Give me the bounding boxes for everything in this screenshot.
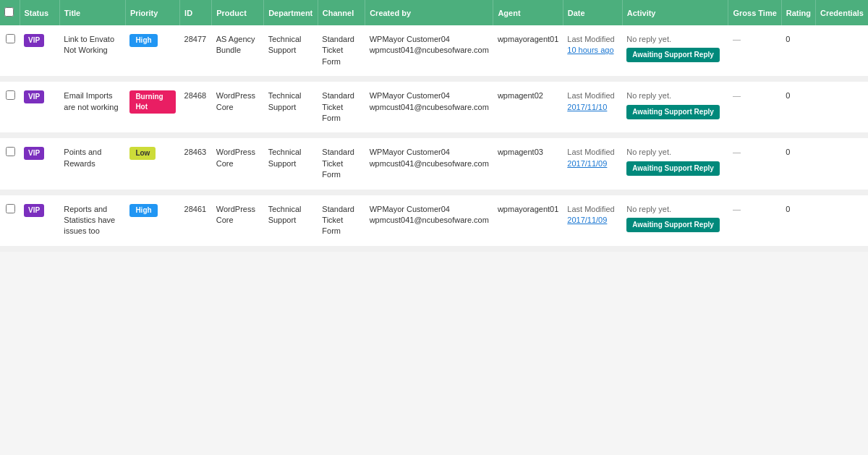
status-cell: VIP [20,192,59,249]
channel-name: Standard Ticket Form [322,35,354,66]
date-value[interactable]: 2017/11/09 [567,159,607,168]
department-name: Technical Support [268,205,302,224]
gross-time-cell: — [728,192,781,249]
gross-time-cell: — [728,135,781,192]
gross-time-value: — [733,205,741,213]
row-checkbox-3[interactable] [6,204,15,213]
credentials-cell [816,192,868,249]
date-cell: Last Modified 2017/11/09 [563,135,622,192]
ticket-title-link[interactable]: Link to Envato Not Working [64,35,114,54]
ticket-id: 28477 [184,35,207,43]
agent-cell: wpmayoragent01 [493,192,563,249]
vip-badge: VIP [24,147,44,160]
date-cell: Last Modified 10 hours ago [563,25,622,79]
ticket-id-cell: 28477 [180,25,212,79]
status-cell: VIP [20,25,59,79]
channel-cell: Standard Ticket Form [318,25,365,79]
row-checkbox-cell [0,192,20,249]
col-header-created-by: Created by [365,0,493,25]
department-name: Technical Support [268,148,302,167]
rating-cell: 0 [781,135,815,192]
department-cell: Technical Support [264,135,318,192]
rating-value: 0 [786,35,790,43]
awaiting-support-button[interactable]: Awaiting Support Reply [626,218,720,232]
awaiting-support-button[interactable]: Awaiting Support Reply [626,105,720,119]
ticket-id-cell: 28461 [180,192,212,249]
agent-name: wpmayoragent01 [498,205,558,213]
created-email: wpmcust041@ncubesofware.com [370,216,489,224]
date-value[interactable]: 2017/11/09 [567,216,607,224]
created-by-cell: WPMayor Customer04 wpmcust041@ncubesofwa… [365,192,493,249]
row-checkbox-1[interactable] [6,90,15,100]
product-cell: WordPress Core [212,192,264,249]
no-reply-text: No reply yet. [626,34,724,45]
priority-cell: Low [125,135,179,192]
gross-time-value: — [733,91,741,100]
col-header-id: ID [180,0,212,25]
date-value[interactable]: 2017/11/10 [567,103,607,111]
ticket-id: 28461 [184,205,207,213]
department-name: Technical Support [268,35,302,54]
credentials-cell [816,135,868,192]
product-cell: WordPress Core [212,79,264,135]
gross-time-cell: — [728,25,781,79]
vip-badge: VIP [24,34,44,47]
credentials-cell [816,79,868,135]
date-label: Last Modified [567,91,614,100]
date-cell: Last Modified 2017/11/10 [563,79,622,135]
no-reply-text: No reply yet. [626,147,724,158]
ticket-title-link[interactable]: Reports and Statistics have issues too [64,205,115,236]
channel-name: Standard Ticket Form [322,205,354,236]
agent-name: wpmagent03 [498,148,543,156]
priority-cell: High [125,25,179,79]
agent-name: wpmagent02 [498,91,543,100]
priority-cell: Burning Hot [125,79,179,135]
activity-cell: No reply yet. Awaiting Support Reply [622,135,728,192]
title-cell: Link to Envato Not Working [59,25,125,79]
table-row: VIP Email Imports are not working Burnin… [0,79,868,135]
created-name: WPMayor Customer04 [370,148,450,156]
tickets-table: Status Title Priority ID Product Departm… [0,0,868,252]
col-header-activity: Activity [622,0,728,25]
row-checkbox-2[interactable] [6,147,15,156]
channel-cell: Standard Ticket Form [318,135,365,192]
awaiting-support-button[interactable]: Awaiting Support Reply [626,161,720,176]
date-value[interactable]: 10 hours ago [567,46,613,54]
activity-cell: No reply yet. Awaiting Support Reply [622,79,728,135]
table-row: VIP Reports and Statistics have issues t… [0,192,868,249]
row-checkbox-cell [0,79,20,135]
col-header-status: Status [20,0,59,25]
rating-value: 0 [786,205,790,213]
priority-badge: High [129,204,157,217]
ticket-title-link[interactable]: Points and Rewards [64,148,101,167]
ticket-id: 28468 [184,91,207,100]
title-cell: Points and Rewards [59,135,125,192]
col-header-date: Date [563,0,622,25]
product-cell: WordPress Core [212,135,264,192]
created-by-cell: WPMayor Customer04 wpmcust041@ncubesofwa… [365,79,493,135]
awaiting-support-button[interactable]: Awaiting Support Reply [626,48,720,62]
activity-cell: No reply yet. Awaiting Support Reply [622,25,728,79]
agent-cell: wpmagent03 [493,135,563,192]
agent-cell: wpmayoragent01 [493,25,563,79]
date-cell: Last Modified 2017/11/09 [563,192,622,249]
channel-name: Standard Ticket Form [322,148,354,179]
row-checkbox-0[interactable] [6,34,15,43]
col-header-agent: Agent [493,0,563,25]
rating-cell: 0 [781,192,815,249]
product-name: WordPress Core [216,148,255,167]
no-reply-text: No reply yet. [626,204,724,215]
product-name: WordPress Core [216,205,255,224]
ticket-id-cell: 28463 [180,135,212,192]
vip-badge: VIP [24,90,44,103]
col-header-product: Product [212,0,264,25]
col-header-checkbox [0,0,20,25]
date-label: Last Modified [567,205,614,213]
ticket-title-link[interactable]: Email Imports are not working [64,91,118,111]
department-cell: Technical Support [264,25,318,79]
select-all-checkbox[interactable] [4,7,14,17]
created-by-cell: WPMayor Customer04 wpmcust041@ncubesofwa… [365,135,493,192]
channel-name: Standard Ticket Form [322,91,354,122]
date-label: Last Modified [567,35,614,43]
rating-cell: 0 [781,79,815,135]
